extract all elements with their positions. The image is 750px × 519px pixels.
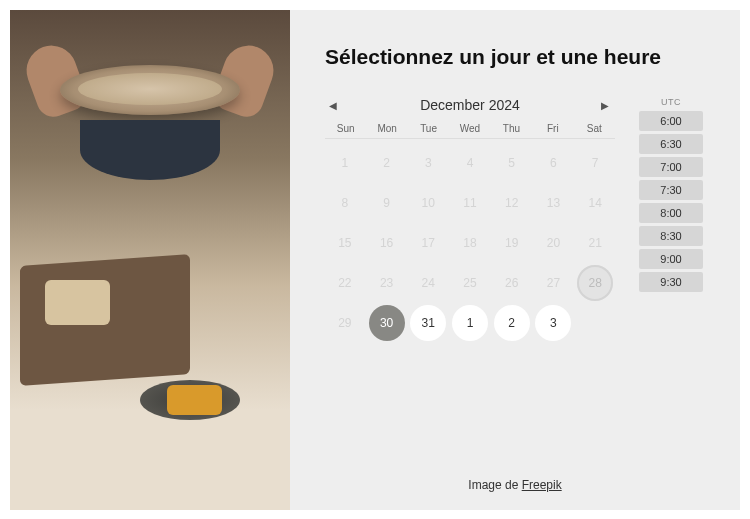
calendar-day[interactable]: 31 bbox=[410, 305, 446, 341]
weekday-label: Thu bbox=[491, 123, 532, 134]
panel-title: Sélectionnez un jour et une heure bbox=[325, 45, 710, 69]
time-slot[interactable]: 8:30 bbox=[639, 226, 703, 246]
calendar-day[interactable]: 12 bbox=[494, 185, 530, 221]
time-slot[interactable]: 6:30 bbox=[639, 134, 703, 154]
calendar-day[interactable]: 20 bbox=[535, 225, 571, 261]
calendar-day[interactable]: 15 bbox=[327, 225, 363, 261]
image-credit: Image de Freepik bbox=[290, 478, 740, 492]
calendar-day[interactable]: 21 bbox=[577, 225, 613, 261]
calendar-day[interactable]: 1 bbox=[327, 145, 363, 181]
next-month-button[interactable]: ▶ bbox=[601, 100, 611, 110]
weekday-label: Sat bbox=[574, 123, 615, 134]
calendar-day[interactable]: 10 bbox=[410, 185, 446, 221]
picker-panel: Sélectionnez un jour et une heure ◀ Dece… bbox=[290, 10, 740, 510]
time-slot[interactable]: 7:30 bbox=[639, 180, 703, 200]
prev-month-button[interactable]: ◀ bbox=[329, 100, 339, 110]
hero-image bbox=[10, 10, 290, 510]
calendar-day[interactable]: 18 bbox=[452, 225, 488, 261]
decorative-shape bbox=[167, 385, 222, 415]
calendar-day[interactable]: 27 bbox=[535, 265, 571, 301]
calendar-day[interactable]: 2 bbox=[494, 305, 530, 341]
calendar-day[interactable]: 7 bbox=[577, 145, 613, 181]
weekday-label: Fri bbox=[532, 123, 573, 134]
time-slot[interactable]: 7:00 bbox=[639, 157, 703, 177]
calendar-day[interactable]: 6 bbox=[535, 145, 571, 181]
weekday-label: Tue bbox=[408, 123, 449, 134]
weekday-label: Wed bbox=[449, 123, 490, 134]
time-slot[interactable]: 6:00 bbox=[639, 111, 703, 131]
credit-prefix: Image de bbox=[468, 478, 521, 492]
calendar-day[interactable]: 4 bbox=[452, 145, 488, 181]
month-label: December 2024 bbox=[420, 97, 520, 113]
credit-link[interactable]: Freepik bbox=[522, 478, 562, 492]
calendar-day[interactable]: 23 bbox=[369, 265, 405, 301]
calendar-day[interactable]: 9 bbox=[369, 185, 405, 221]
weekday-row: SunMonTueWedThuFriSat bbox=[325, 123, 615, 139]
calendar-day[interactable]: 11 bbox=[452, 185, 488, 221]
booking-widget: Sélectionnez un jour et une heure ◀ Dece… bbox=[10, 10, 740, 510]
time-slot[interactable]: 8:00 bbox=[639, 203, 703, 223]
calendar-day[interactable]: 2 bbox=[369, 145, 405, 181]
calendar-day[interactable]: 25 bbox=[452, 265, 488, 301]
calendar-day[interactable]: 22 bbox=[327, 265, 363, 301]
decorative-shape bbox=[80, 120, 220, 180]
calendar-day[interactable]: 14 bbox=[577, 185, 613, 221]
weekday-label: Sun bbox=[325, 123, 366, 134]
calendar: ◀ December 2024 ▶ SunMonTueWedThuFriSat … bbox=[325, 97, 615, 341]
calendar-day[interactable]: 29 bbox=[327, 305, 363, 341]
calendar-empty bbox=[575, 305, 615, 341]
time-slot[interactable]: 9:30 bbox=[639, 272, 703, 292]
decorative-shape bbox=[45, 280, 110, 325]
calendar-day[interactable]: 30 bbox=[369, 305, 405, 341]
calendar-day[interactable]: 16 bbox=[369, 225, 405, 261]
calendar-day[interactable]: 24 bbox=[410, 265, 446, 301]
timezone-label: UTC bbox=[639, 97, 703, 107]
calendar-day[interactable]: 3 bbox=[410, 145, 446, 181]
calendar-header: ◀ December 2024 ▶ bbox=[325, 97, 615, 113]
calendar-day[interactable]: 19 bbox=[494, 225, 530, 261]
weekday-label: Mon bbox=[366, 123, 407, 134]
calendar-day[interactable]: 17 bbox=[410, 225, 446, 261]
calendar-day[interactable]: 5 bbox=[494, 145, 530, 181]
calendar-day[interactable]: 1 bbox=[452, 305, 488, 341]
calendar-day[interactable]: 26 bbox=[494, 265, 530, 301]
time-slot[interactable]: 9:00 bbox=[639, 249, 703, 269]
day-grid: 1234567891011121314151617181920212223242… bbox=[325, 145, 615, 341]
decorative-shape bbox=[60, 65, 240, 115]
calendar-day[interactable]: 3 bbox=[535, 305, 571, 341]
time-column: UTC 6:006:307:007:308:008:309:009:30 bbox=[639, 97, 703, 341]
calendar-day[interactable]: 28 bbox=[577, 265, 613, 301]
calendar-day[interactable]: 13 bbox=[535, 185, 571, 221]
calendar-day[interactable]: 8 bbox=[327, 185, 363, 221]
